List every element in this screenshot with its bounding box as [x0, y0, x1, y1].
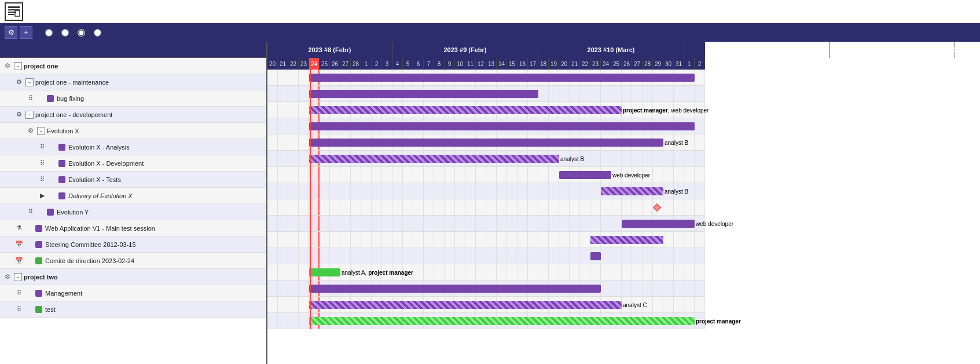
day-col: [684, 248, 695, 264]
day-col: [559, 248, 570, 264]
day-col: [361, 199, 372, 215]
day-col: [695, 70, 705, 85]
day-col: [663, 281, 674, 296]
day-col: [288, 134, 299, 150]
day-col: [601, 264, 611, 280]
day-col: [330, 183, 340, 199]
day-col: [278, 216, 288, 231]
task-row[interactable]: 📅Comité de direction 2023-02-24: [0, 253, 266, 269]
day-col: [538, 232, 549, 247]
task-name: project one: [24, 63, 58, 70]
task-panel-header: [0, 42, 266, 58]
day-col: [632, 264, 643, 280]
gantt-bar: [559, 171, 611, 179]
day-col: [559, 232, 570, 247]
day-col: [674, 86, 684, 101]
day-cell: 20: [559, 58, 570, 70]
day-col: [632, 151, 643, 166]
task-row[interactable]: ⚙−Evolution X: [0, 123, 266, 139]
task-row[interactable]: 📅Steering Committee 2012-03-15: [0, 236, 266, 253]
day-col: [622, 199, 632, 215]
task-row[interactable]: ⚗Web Application V1 - Main test session: [0, 220, 266, 236]
day-col: [320, 183, 330, 199]
task-row[interactable]: ⚙−project one: [0, 58, 266, 74]
expand-button[interactable]: −: [14, 273, 22, 281]
scale-week[interactable]: [61, 29, 71, 37]
expand-button[interactable]: −: [25, 111, 34, 119]
task-row[interactable]: ⠿Evolution X - Tests: [0, 172, 266, 188]
day-col: [653, 151, 663, 166]
task-row[interactable]: ▶Delivery of Evolution X: [0, 188, 266, 204]
day-cell: 23: [299, 58, 309, 70]
day-col: [465, 167, 476, 183]
day-col: [403, 216, 413, 231]
day-col: [267, 216, 278, 231]
grid-icon: ⠿: [14, 288, 24, 299]
gantt-panel[interactable]: 2023 #8 (Febr)2023 #9 (Febr)2023 #10 (Ma…: [267, 42, 980, 364]
day-col: [674, 167, 684, 183]
gear-icon: ⚙: [14, 110, 24, 120]
day-cell: 14: [497, 58, 507, 70]
day-cell: 5: [403, 58, 413, 70]
task-name: project one - maintenance: [35, 79, 109, 86]
day-cell: 1: [361, 58, 372, 70]
day-col: [299, 86, 309, 101]
task-color-dot: [47, 95, 54, 102]
day-col: [528, 183, 538, 199]
day-col: [320, 167, 330, 183]
day-col: [278, 118, 288, 134]
task-row[interactable]: ⚙−project two: [0, 269, 266, 285]
day-col: [351, 216, 361, 231]
day-col: [434, 264, 445, 280]
task-row[interactable]: ⠿test: [0, 301, 266, 318]
gantt-row: web developer: [267, 216, 705, 232]
day-cell: 6: [413, 58, 424, 70]
task-row[interactable]: ⠿Management: [0, 285, 266, 301]
day-col: [580, 248, 590, 264]
day-col: [351, 248, 361, 264]
day-col: [580, 183, 590, 199]
task-row[interactable]: ⠿Evolution Y: [0, 204, 266, 220]
task-row[interactable]: ⚙−project one - maintenance: [0, 74, 266, 90]
settings-button[interactable]: ⚙: [5, 26, 17, 39]
scale-month[interactable]: [78, 29, 87, 37]
day-col: [403, 232, 413, 247]
expand-button[interactable]: −: [25, 78, 34, 86]
day-col: [507, 232, 517, 247]
scale-quarter[interactable]: [94, 29, 103, 37]
day-col: [278, 167, 288, 183]
day-col: [695, 183, 705, 199]
period-cell: 2023 #8 (Febr): [267, 42, 392, 58]
bar-label: web developer: [612, 172, 650, 179]
scale-day[interactable]: [45, 29, 54, 37]
task-row[interactable]: ⠿bug fixing: [0, 90, 266, 107]
day-col: [465, 232, 476, 247]
day-col: [497, 248, 507, 264]
day-col: [674, 281, 684, 296]
day-col: [507, 216, 517, 231]
bar-label: analyst A, project manager: [342, 270, 413, 276]
day-col: [528, 248, 538, 264]
day-col: [278, 199, 288, 215]
expand-button[interactable]: −: [14, 62, 22, 70]
period-cell: 2023 #11 (Marc): [684, 42, 830, 58]
task-row[interactable]: ⠿Evolutoin X - Analysis: [0, 139, 266, 155]
task-row[interactable]: ⠿Evolution X - Development: [0, 155, 266, 172]
gantt-bar: [309, 139, 663, 147]
day-col: [267, 70, 278, 85]
day-cell: 20: [267, 58, 278, 70]
day-col: [267, 183, 278, 199]
day-col: [288, 102, 299, 118]
app: ⚙ + ⚙−project one⚙−: [0, 0, 980, 364]
day-col: [559, 216, 570, 231]
add-button[interactable]: +: [20, 26, 32, 39]
day-col: [643, 281, 653, 296]
task-panel: ⚙−project one⚙−project one - maintenance…: [0, 42, 267, 364]
task-row[interactable]: ⚙−project one - developement: [0, 107, 266, 123]
day-col: [663, 86, 674, 101]
bar-label: analyst B: [560, 156, 584, 162]
task-name: project two: [24, 274, 58, 281]
day-col: [497, 199, 507, 215]
day-col: [486, 248, 497, 264]
expand-button[interactable]: −: [37, 127, 45, 135]
